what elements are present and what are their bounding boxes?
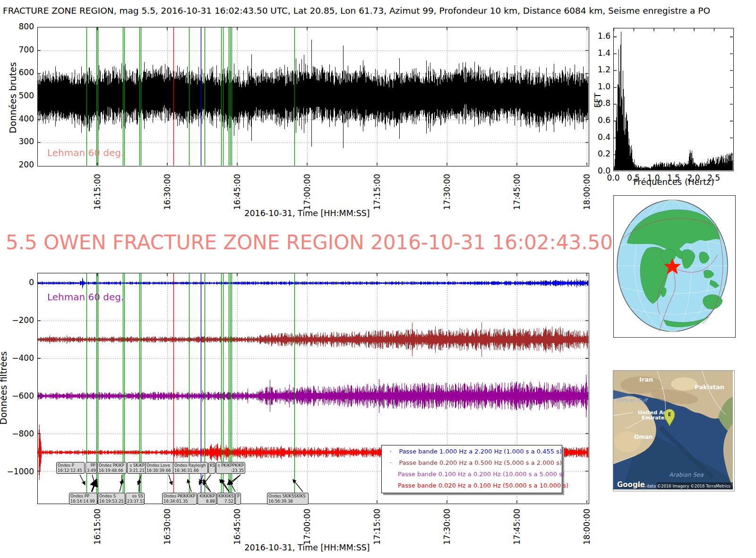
phase-time: 8.88 — [199, 499, 215, 504]
phase-time: 16:14:14.99 — [70, 499, 96, 504]
raw-xtick: 17:00:00 — [302, 174, 312, 210]
raw-ytick: 800 — [13, 22, 34, 31]
legend-label: Passe bande 0.200 Hz a 0.500 Hz (5.000 s… — [399, 459, 562, 466]
phase-label-box: Ondes Rayleigh16:36:31.66 — [173, 462, 208, 474]
phase-arrow — [120, 480, 123, 492]
phase-time: 16:34:01.35 — [163, 499, 196, 504]
raw-station-label: Lehman 60 deg. — [47, 147, 124, 158]
filtered-xtick: 17:15:00 — [372, 509, 382, 545]
phase-name: KIKKIKP — [199, 494, 215, 499]
phase-label-box: KIKKIKS7.52 — [217, 493, 235, 505]
phase-label-box: Ondes S16:19:53.25 — [98, 493, 125, 505]
fft-ytick: 1.0 — [592, 82, 610, 91]
pin-letter: E — [668, 412, 671, 417]
label-pakistan: Pakistan — [695, 384, 724, 391]
phase-time: 16:12:12.45 — [58, 468, 83, 473]
phase-label-box: s PKIKPPKIKP:23.35 — [216, 462, 245, 474]
filtered-xtick: 16:45:00 — [232, 509, 242, 545]
phase-time: 16:19:53.25 — [99, 499, 124, 504]
raw-xtick: 17:30:00 — [442, 174, 452, 210]
fft-spectrum-canvas — [614, 28, 733, 170]
phase-label-box: es SS23:37.53 — [126, 493, 145, 505]
phase-arrow — [188, 480, 191, 492]
filtered-ytick: −200 — [7, 315, 34, 325]
filtered-ytick: −400 — [7, 353, 34, 363]
phase-arrow — [203, 475, 211, 485]
phase-name: Ondes SKIKSSKIKS — [268, 494, 307, 499]
filtered-ytick: 0 — [7, 278, 34, 287]
phase-arrow — [199, 480, 211, 492]
legend-entry: Passe bande 0.100 Hz a 0.200 Hz (10.000 … — [382, 468, 562, 480]
phase-name: PP — [87, 463, 95, 468]
fft-ytick: 0.6 — [592, 115, 610, 125]
phase-label-box: KS — [208, 462, 215, 474]
phase-name: s PKIKPPKIKP — [217, 463, 244, 468]
desert-patch — [671, 377, 697, 391]
phase-label-box: Ondes P16:12:12.45 — [56, 462, 85, 474]
legend-entry: Passe bande 1.000 Hz a 2.200 Hz (1.000 s… — [382, 445, 562, 457]
figure-title: FRACTURE ZONE REGION, mag 5.5, 2016-10-3… — [3, 6, 710, 16]
fft-xtick: 0.0 — [607, 173, 619, 183]
filtered-x-axis-label: 2016-10-31, Time [HH:MM:SS] — [244, 543, 369, 552]
fft-x-axis-label: Fréquences (Hertz) — [633, 177, 714, 187]
label-iran: Iran — [639, 376, 653, 383]
phase-label-box: Ondes PP16:14:14.99 — [69, 493, 97, 505]
label-oman: Oman — [634, 434, 653, 440]
phase-arrow — [203, 480, 211, 492]
phase-name: KS — [210, 463, 214, 468]
globe-svg — [614, 196, 733, 335]
phase-time: 16:30:39.66 — [146, 468, 172, 473]
phase-name: es SS — [127, 494, 143, 499]
phase-name: Ondes S — [99, 494, 124, 499]
fft-ytick: 1.6 — [592, 31, 610, 41]
globe-map — [613, 195, 736, 338]
fft-ytick: 1.4 — [592, 48, 610, 58]
legend-label: Passe bande 0.020 Hz a 0.100 Hz (50.000 … — [398, 482, 568, 489]
phase-label-box: KIKKIKP8.88 — [198, 493, 216, 505]
filtered-xtick: 16:30:00 — [163, 509, 172, 545]
fft-spectrum-plot — [613, 28, 734, 171]
phase-time: 7.52 — [218, 499, 233, 504]
raw-y-axis-label: Données brutes — [8, 62, 18, 133]
phase-name: s SKiKP — [129, 463, 145, 468]
raw-xtick: 18:00:00 — [582, 174, 592, 210]
legend-label: Passe bande 0.100 Hz a 0.200 Hz (10.000 … — [398, 471, 565, 478]
filtered-xtick: 18:00:00 — [582, 509, 592, 545]
phase-time: 3.49 — [87, 468, 95, 473]
phase-time: 16:56:39.38 — [268, 499, 307, 504]
raw-x-axis-label: 2016-10-31, Time [HH:MM:SS] — [244, 209, 369, 218]
filtered-ytick: −600 — [7, 391, 34, 401]
phase-time: 3:21.21 — [129, 468, 145, 473]
seismogram-dashboard: { "header": { "title": "FRACTURE ZONE RE… — [0, 0, 756, 558]
filtered-xtick: 16:15:00 — [93, 509, 102, 545]
phase-name: Ondes PKIKKIKP — [163, 494, 196, 499]
filter-legend: Passe bande 1.000 Hz a 2.200 Hz (1.000 s… — [381, 445, 562, 493]
legend-label: Passe bande 1.000 Hz a 2.200 Hz (1.000 s… — [399, 448, 562, 455]
satellite-map-svg: Iran Pakistan Persian Gulf United Arab E… — [613, 371, 733, 489]
phase-arrow — [169, 475, 172, 485]
legend-line-sample — [390, 462, 391, 463]
phase-time: :23.35 — [217, 468, 244, 473]
fft-ytick: 0.2 — [592, 149, 610, 158]
raw-xtick: 17:45:00 — [512, 174, 522, 210]
phase-arrow — [80, 475, 85, 485]
filtered-xtick: 17:00:00 — [302, 509, 312, 545]
phase-name: P — [237, 494, 240, 499]
phase-name: Ondes P — [58, 463, 83, 468]
raw-xtick: 16:15:00 — [93, 174, 102, 210]
raw-ytick: 200 — [13, 160, 34, 169]
raw-seismogram-canvas — [38, 27, 588, 166]
google-logo: Google — [617, 480, 645, 489]
phase-arrow — [293, 480, 303, 492]
fft-ytick: 0.4 — [592, 132, 610, 142]
phase-label-box: Ondes PKIKKIKP16:34:01.35 — [162, 493, 197, 505]
raw-xtick: 17:15:00 — [372, 174, 382, 210]
legend-line-sample — [390, 451, 391, 452]
event-banner: 5.5 OWEN FRACTURE ZONE REGION 2016-10-31… — [6, 231, 659, 254]
phase-label-box: s SKiKP3:21.21 — [127, 462, 146, 474]
filtered-xtick: 17:45:00 — [512, 509, 522, 545]
filtered-station-label: Lehman 60 deg. — [47, 291, 124, 303]
phase-arrow — [230, 475, 241, 485]
raw-xtick: 16:30:00 — [163, 174, 172, 210]
label-uae-2: Emirates — [642, 415, 668, 421]
